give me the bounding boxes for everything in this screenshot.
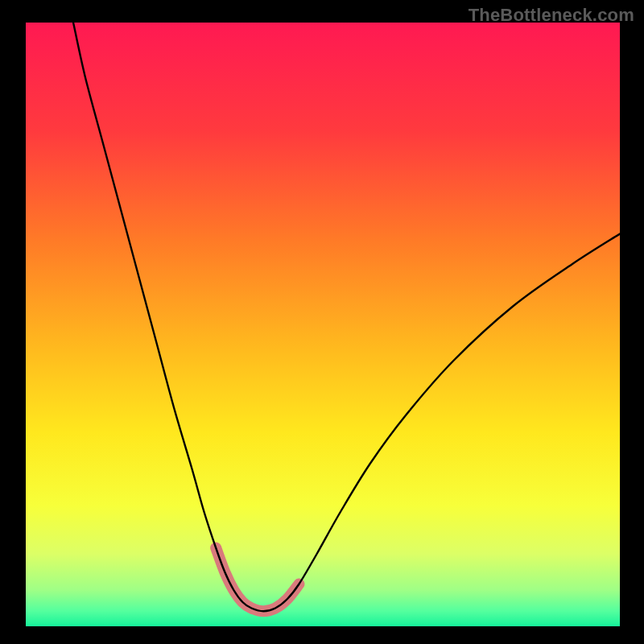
chart-svg bbox=[0, 0, 644, 644]
watermark-text: TheBottleneck.com bbox=[469, 5, 634, 26]
plot-background bbox=[26, 23, 620, 626]
chart-stage: TheBottleneck.com bbox=[0, 0, 644, 644]
